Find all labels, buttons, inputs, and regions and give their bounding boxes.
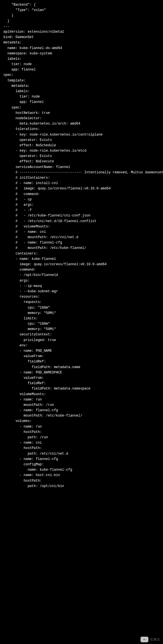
cloud-icon: ∞ [141, 637, 148, 642]
watermark: ∞ 亿速云 [141, 637, 160, 642]
code-block: "Backend": { "Type": "vxlan" } } --- api… [0, 2, 163, 489]
watermark-label: 亿速云 [150, 637, 160, 642]
code-page: "Backend": { "Type": "vxlan" } } --- api… [0, 0, 163, 644]
